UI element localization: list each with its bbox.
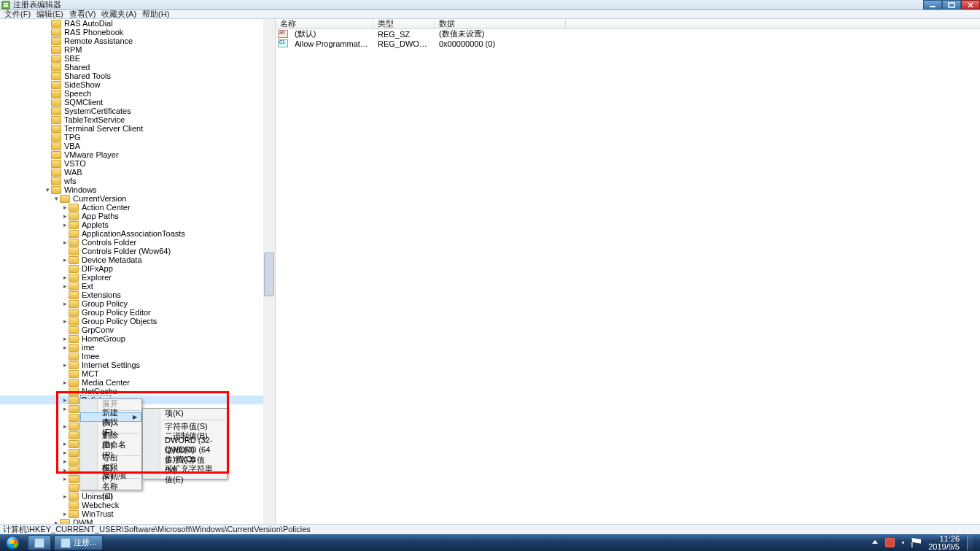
tree-item[interactable]: TPG <box>0 133 275 142</box>
tree-item[interactable]: NetCache <box>0 387 275 396</box>
tree-item[interactable]: VSTO <box>0 159 275 168</box>
expander-icon[interactable]: ▸ <box>61 343 69 352</box>
tree-item[interactable]: ▸ime <box>0 343 275 352</box>
tree-item[interactable]: Controls Folder (Wow64) <box>0 247 275 255</box>
expander-icon[interactable]: ▸ <box>61 439 69 448</box>
tree-item[interactable]: SystemCertificates <box>0 107 275 115</box>
tree-item[interactable]: MCT <box>0 369 275 378</box>
tree-item[interactable]: wfs <box>0 177 275 185</box>
minimize-button[interactable] <box>923 0 942 9</box>
tree-item[interactable]: ▸Ext <box>0 282 275 290</box>
tray-action-center-icon[interactable] <box>911 538 921 547</box>
expander-icon[interactable]: ▸ <box>61 448 69 457</box>
tree-item[interactable]: Shared <box>0 63 275 72</box>
expander-icon[interactable]: ▸ <box>61 273 69 282</box>
expander-icon[interactable]: ▸ <box>61 396 69 404</box>
expander-icon[interactable]: ▸ <box>61 299 69 308</box>
ctx-copy-key-name[interactable]: 复制项名称(C) <box>80 480 141 490</box>
tray-overflow-icon[interactable] <box>872 540 878 544</box>
tree-item[interactable]: DIFxApp <box>0 264 275 273</box>
expander-icon[interactable]: ▸ <box>61 334 69 343</box>
expander-icon[interactable]: ▸ <box>61 378 69 387</box>
list-pane[interactable]: 名称 类型 数据 (默认)REG_SZ(数值未设置)Allow Programm… <box>276 19 980 524</box>
close-button[interactable] <box>961 0 980 9</box>
tree-item[interactable]: ▸Controls Folder <box>0 238 275 247</box>
expander-icon[interactable]: ▸ <box>61 203 69 212</box>
tree-item[interactable]: ▸Group Policy Objects <box>0 317 275 325</box>
sub-key[interactable]: 项(K) <box>143 409 227 418</box>
tree-item[interactable]: ▸Internet Settings <box>0 361 275 369</box>
expander-icon[interactable]: ▸ <box>61 212 69 220</box>
tree-item[interactable]: Speech <box>0 89 275 98</box>
tree-item[interactable]: ▸DWM <box>0 518 275 524</box>
tree-item[interactable]: Webcheck <box>0 501 275 509</box>
taskbar-item-explorer[interactable] <box>28 535 51 550</box>
tree-item[interactable]: VBA <box>0 142 275 150</box>
expander-icon[interactable]: ▸ <box>61 282 69 290</box>
menu-help[interactable]: 帮助(H) <box>141 9 171 20</box>
expander-icon[interactable]: ▸ <box>61 509 69 518</box>
expander-icon[interactable]: ▸ <box>61 466 69 474</box>
col-data[interactable]: 数据 <box>435 19 566 28</box>
tree-item[interactable]: ▸Group Policy <box>0 299 275 308</box>
tree-item[interactable]: RPM <box>0 45 275 54</box>
expander-icon[interactable]: ▸ <box>61 492 69 501</box>
menu-file[interactable]: 文件(F) <box>3 9 32 20</box>
tree-item[interactable]: SBE <box>0 54 275 63</box>
expander-icon[interactable]: ▸ <box>61 255 69 264</box>
expander-icon[interactable]: ▸ <box>61 404 69 413</box>
list-header[interactable]: 名称 类型 数据 <box>276 19 980 29</box>
context-menu[interactable]: 展开 新建(N)▶ 查找(F)... 删除(D) 重命名(R) 导出(E) 权限… <box>79 398 142 490</box>
list-row[interactable]: (默认)REG_SZ(数值未设置) <box>276 29 980 39</box>
tree-item[interactable]: TableTextService <box>0 115 275 124</box>
tree-item[interactable]: Imee <box>0 352 275 361</box>
expander-icon[interactable]: ▸ <box>61 422 69 431</box>
tree-item[interactable]: ▸HomeGroup <box>0 334 275 343</box>
tree-scrollbar[interactable] <box>263 19 275 524</box>
menu-favorites[interactable]: 收藏夹(A) <box>100 9 138 20</box>
menu-edit[interactable]: 编辑(E) <box>35 9 65 20</box>
sub-expand[interactable]: 可扩充字符串值(E) <box>143 469 227 479</box>
tree-item[interactable]: Remote Assistance <box>0 36 275 45</box>
tree-item[interactable]: ▸Device Metadata <box>0 255 275 264</box>
expander-icon[interactable]: ▸ <box>61 474 69 483</box>
tree-item[interactable]: ▸Uninstall <box>0 492 275 501</box>
tree-item[interactable]: RAS AutoDial <box>0 19 275 28</box>
expander-icon[interactable]: ▸ <box>61 317 69 325</box>
tree-item[interactable]: SideShow <box>0 80 275 89</box>
tree-item[interactable]: ▾CurrentVersion <box>0 194 275 203</box>
tree-item[interactable]: Extensions <box>0 290 275 299</box>
tree-item[interactable]: ▸App Paths <box>0 212 275 220</box>
tree-pane[interactable]: RAS AutoDialRAS PhonebookRemote Assistan… <box>0 19 276 524</box>
tree-item[interactable]: ▸WinTrust <box>0 509 275 518</box>
col-type[interactable]: 类型 <box>373 19 435 28</box>
tree-item[interactable]: GrpConv <box>0 325 275 334</box>
tray-sogou-icon[interactable] <box>885 538 895 547</box>
expander-icon[interactable]: ▾ <box>44 185 51 194</box>
expander-icon[interactable]: ▸ <box>52 518 60 524</box>
tree-item[interactable]: RAS Phonebook <box>0 28 275 36</box>
col-name[interactable]: 名称 <box>276 19 373 28</box>
tray-clock[interactable]: 11:26 2019/9/5 <box>928 535 960 551</box>
menu-view[interactable]: 查看(V) <box>68 9 98 20</box>
tree-item[interactable]: ApplicationAssociationToasts <box>0 229 275 238</box>
tree-item[interactable]: Group Policy Editor <box>0 308 275 317</box>
tree-item[interactable]: Shared Tools <box>0 72 275 80</box>
tree-item[interactable]: VMware Player <box>0 150 275 159</box>
context-submenu-new[interactable]: 项(K) 字符串值(S) 二进制值(B) DWORD (32-位)值(D) QW… <box>142 408 228 479</box>
show-desktop-button[interactable] <box>967 535 973 550</box>
expander-icon[interactable]: ▸ <box>61 361 69 369</box>
expander-icon[interactable]: ▸ <box>61 238 69 247</box>
start-button[interactable] <box>0 534 26 551</box>
maximize-button[interactable] <box>942 0 961 9</box>
expander-icon[interactable]: ▾ <box>52 194 60 203</box>
expander-icon[interactable]: ▸ <box>61 220 69 229</box>
tray-ime-icon[interactable]: • <box>902 539 905 547</box>
tree-item[interactable]: ▸Action Center <box>0 203 275 212</box>
tree-item[interactable]: Terminal Server Client <box>0 124 275 133</box>
tree-item[interactable]: ▾Windows <box>0 185 275 194</box>
tree-item[interactable]: WAB <box>0 168 275 177</box>
expander-icon[interactable]: ▸ <box>61 457 69 466</box>
list-row[interactable]: Allow Programmatic Cut_Co...REG_DWORD0x0… <box>276 39 980 48</box>
tree-scroll-thumb[interactable] <box>264 253 274 296</box>
